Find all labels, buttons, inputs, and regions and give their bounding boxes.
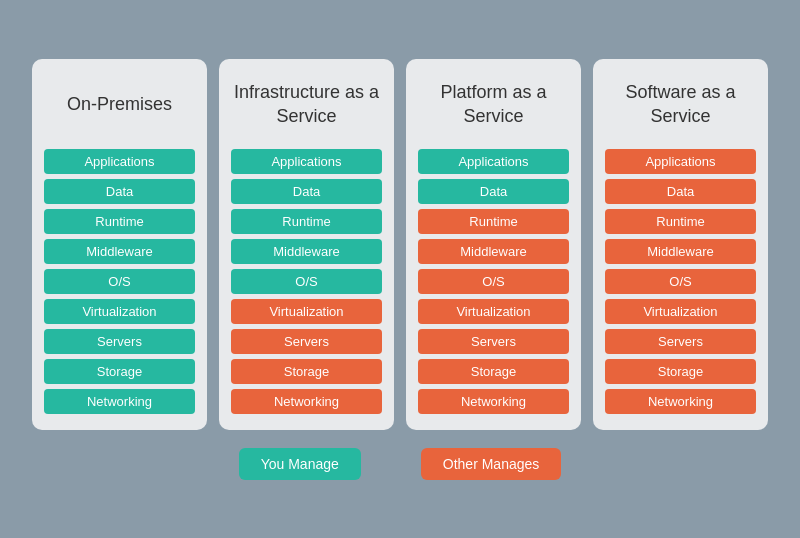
badge-storage-saas: Storage <box>605 359 756 384</box>
badge-storage-paas: Storage <box>418 359 569 384</box>
badge-networking-on-premises: Networking <box>44 389 195 414</box>
badge-servers-iaas: Servers <box>231 329 382 354</box>
badge-o-s-iaas: O/S <box>231 269 382 294</box>
badge-networking-saas: Networking <box>605 389 756 414</box>
badge-networking-iaas: Networking <box>231 389 382 414</box>
badge-applications-iaas: Applications <box>231 149 382 174</box>
badge-data-saas: Data <box>605 179 756 204</box>
badge-o-s-paas: O/S <box>418 269 569 294</box>
column-title-iaas: Infrastructure as a Service <box>231 75 382 135</box>
badge-middleware-iaas: Middleware <box>231 239 382 264</box>
badge-servers-paas: Servers <box>418 329 569 354</box>
badge-applications-on-premises: Applications <box>44 149 195 174</box>
badge-virtualization-iaas: Virtualization <box>231 299 382 324</box>
stack-on-premises: ApplicationsDataRuntimeMiddlewareO/SVirt… <box>44 149 195 414</box>
badge-o-s-on-premises: O/S <box>44 269 195 294</box>
main-container: On-PremisesApplicationsDataRuntimeMiddle… <box>20 59 780 480</box>
badge-runtime-paas: Runtime <box>418 209 569 234</box>
stack-saas: ApplicationsDataRuntimeMiddlewareO/SVirt… <box>605 149 756 414</box>
badge-servers-saas: Servers <box>605 329 756 354</box>
badge-runtime-on-premises: Runtime <box>44 209 195 234</box>
columns-row: On-PremisesApplicationsDataRuntimeMiddle… <box>20 59 780 430</box>
badge-virtualization-on-premises: Virtualization <box>44 299 195 324</box>
badge-networking-paas: Networking <box>418 389 569 414</box>
badge-data-iaas: Data <box>231 179 382 204</box>
legend-row: You Manage Other Manages <box>239 448 562 480</box>
badge-runtime-iaas: Runtime <box>231 209 382 234</box>
badge-middleware-saas: Middleware <box>605 239 756 264</box>
badge-o-s-saas: O/S <box>605 269 756 294</box>
column-iaas: Infrastructure as a ServiceApplicationsD… <box>219 59 394 430</box>
badge-virtualization-paas: Virtualization <box>418 299 569 324</box>
badge-applications-paas: Applications <box>418 149 569 174</box>
column-paas: Platform as a ServiceApplicationsDataRun… <box>406 59 581 430</box>
badge-runtime-saas: Runtime <box>605 209 756 234</box>
badge-virtualization-saas: Virtualization <box>605 299 756 324</box>
badge-middleware-on-premises: Middleware <box>44 239 195 264</box>
other-manages-badge: Other Manages <box>421 448 562 480</box>
badge-data-on-premises: Data <box>44 179 195 204</box>
badge-middleware-paas: Middleware <box>418 239 569 264</box>
badge-servers-on-premises: Servers <box>44 329 195 354</box>
you-manage-badge: You Manage <box>239 448 361 480</box>
column-title-paas: Platform as a Service <box>418 75 569 135</box>
badge-storage-on-premises: Storage <box>44 359 195 384</box>
badge-applications-saas: Applications <box>605 149 756 174</box>
column-on-premises: On-PremisesApplicationsDataRuntimeMiddle… <box>32 59 207 430</box>
column-title-on-premises: On-Premises <box>67 75 172 135</box>
stack-paas: ApplicationsDataRuntimeMiddlewareO/SVirt… <box>418 149 569 414</box>
column-title-saas: Software as a Service <box>605 75 756 135</box>
badge-data-paas: Data <box>418 179 569 204</box>
column-saas: Software as a ServiceApplicationsDataRun… <box>593 59 768 430</box>
badge-storage-iaas: Storage <box>231 359 382 384</box>
stack-iaas: ApplicationsDataRuntimeMiddlewareO/SVirt… <box>231 149 382 414</box>
